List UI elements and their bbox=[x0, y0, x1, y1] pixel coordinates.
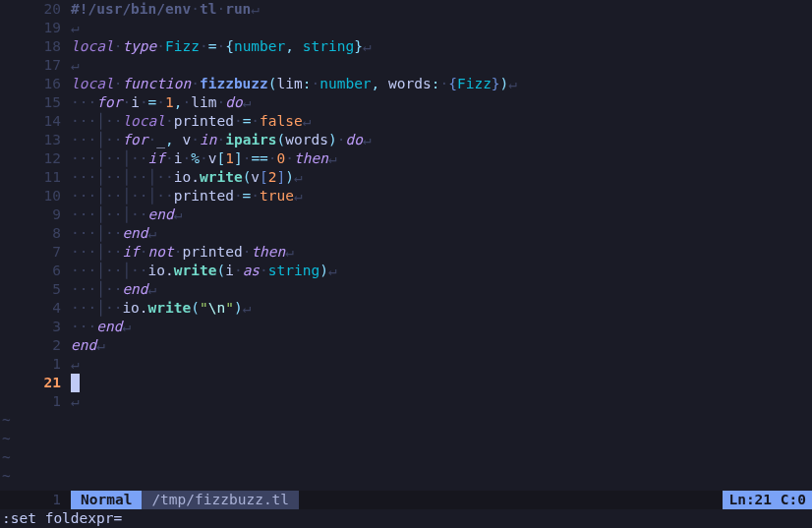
code-line[interactable]: 6···│··│··io.write(i·as·string)↵ bbox=[0, 262, 812, 280]
line-content[interactable]: ↵ bbox=[71, 392, 812, 411]
line-content[interactable]: ↵ bbox=[71, 355, 812, 374]
code-line[interactable]: 8···│··end↵ bbox=[0, 224, 812, 243]
code-line[interactable]: 1↵ bbox=[0, 392, 812, 411]
line-content[interactable]: ···│··end↵ bbox=[71, 280, 812, 299]
code-line[interactable]: 20#!/usr/bin/env·tl·run↵ bbox=[0, 0, 812, 19]
line-content[interactable]: ···│··for·_, v·in·ipairs(words)·do↵ bbox=[71, 131, 812, 149]
code-line[interactable]: 10···│··│··│··printed·=·true↵ bbox=[0, 187, 812, 205]
code-line[interactable]: 2end↵ bbox=[0, 336, 812, 355]
line-number: 18 bbox=[0, 37, 71, 56]
status-line-number: 1 bbox=[0, 491, 71, 509]
status-filename: /tmp/fizzbuzz.tl bbox=[142, 491, 299, 509]
code-line[interactable]: 18local·type·Fizz·=·{number, string}↵ bbox=[0, 37, 812, 56]
code-line[interactable]: 19↵ bbox=[0, 19, 812, 37]
line-number: 20 bbox=[0, 0, 71, 19]
line-content[interactable]: local·function·fizzbuzz(lim:·number, wor… bbox=[71, 75, 812, 93]
line-number: 7 bbox=[0, 243, 71, 262]
line-number: 12 bbox=[0, 149, 71, 168]
code-line[interactable]: 13···│··for·_, v·in·ipairs(words)·do↵ bbox=[0, 131, 812, 149]
line-content[interactable]: ···│··local·printed·=·false↵ bbox=[71, 112, 812, 131]
empty-line-tilde: ~ bbox=[0, 448, 812, 467]
line-number: 1 bbox=[0, 355, 71, 374]
code-line[interactable]: 15···for·i·=·1,·lim·do↵ bbox=[0, 93, 812, 112]
status-line: 1 Normal /tmp/fizzbuzz.tl Ln:21 C:0 bbox=[0, 491, 812, 509]
line-number: 15 bbox=[0, 93, 71, 112]
code-line[interactable]: 3···end↵ bbox=[0, 318, 812, 336]
code-line[interactable]: 9···│··│··end↵ bbox=[0, 205, 812, 224]
empty-line-tilde: ~ bbox=[0, 411, 812, 430]
line-number: 5 bbox=[0, 280, 71, 299]
command-line[interactable]: :set foldexpr= bbox=[0, 509, 812, 528]
line-number: 8 bbox=[0, 224, 71, 243]
line-content[interactable]: #!/usr/bin/env·tl·run↵ bbox=[71, 0, 812, 19]
line-number: 4 bbox=[0, 299, 71, 318]
code-line[interactable]: 12···│··│··if·i·%·v[1]·==·0·then↵ bbox=[0, 149, 812, 168]
empty-line-tilde: ~ bbox=[0, 467, 812, 486]
line-content[interactable]: ···│··│··end↵ bbox=[71, 205, 812, 224]
code-line[interactable]: 4···│··io.write("\n")↵ bbox=[0, 299, 812, 318]
line-content[interactable]: end↵ bbox=[71, 336, 812, 355]
line-number: 3 bbox=[0, 318, 71, 336]
status-position: Ln:21 C:0 bbox=[723, 491, 812, 509]
line-content[interactable]: ···│··if·not·printed·then↵ bbox=[71, 243, 812, 262]
line-content[interactable]: ↵ bbox=[71, 56, 812, 75]
line-number: 10 bbox=[0, 187, 71, 205]
line-content[interactable]: ···│··│··│··io.write(v[2])↵ bbox=[71, 168, 812, 187]
status-mode: Normal bbox=[71, 491, 142, 509]
line-number: 16 bbox=[0, 75, 71, 93]
line-number: 17 bbox=[0, 56, 71, 75]
line-content[interactable]: local·type·Fizz·=·{number, string}↵ bbox=[71, 37, 812, 56]
line-number: 6 bbox=[0, 262, 71, 280]
code-line[interactable]: 1↵ bbox=[0, 355, 812, 374]
line-content[interactable]: ···for·i·=·1,·lim·do↵ bbox=[71, 93, 812, 112]
code-line[interactable]: 11···│··│··│··io.write(v[2])↵ bbox=[0, 168, 812, 187]
code-line[interactable]: 5···│··end↵ bbox=[0, 280, 812, 299]
code-line[interactable]: 7···│··if·not·printed·then↵ bbox=[0, 243, 812, 262]
line-content[interactable]: ···│··│··io.write(i·as·string)↵ bbox=[71, 262, 812, 280]
line-content[interactable]: ···│··│··│··printed·=·true↵ bbox=[71, 187, 812, 205]
line-content[interactable]: ···│··io.write("\n")↵ bbox=[71, 299, 812, 318]
line-number: 11 bbox=[0, 168, 71, 187]
line-number: 21 bbox=[0, 374, 71, 392]
editor: 20#!/usr/bin/env·tl·run↵19↵18local·type·… bbox=[0, 0, 812, 528]
line-content[interactable] bbox=[71, 374, 812, 392]
code-line[interactable]: 17↵ bbox=[0, 56, 812, 75]
code-area[interactable]: 20#!/usr/bin/env·tl·run↵19↵18local·type·… bbox=[0, 0, 812, 491]
code-line[interactable]: 21 bbox=[0, 374, 812, 392]
line-content[interactable]: ···│··│··if·i·%·v[1]·==·0·then↵ bbox=[71, 149, 812, 168]
line-number: 14 bbox=[0, 112, 71, 131]
empty-line-tilde: ~ bbox=[0, 430, 812, 448]
code-line[interactable]: 14···│··local·printed·=·false↵ bbox=[0, 112, 812, 131]
line-number: 1 bbox=[0, 392, 71, 411]
line-content[interactable]: ···│··end↵ bbox=[71, 224, 812, 243]
line-number: 9 bbox=[0, 205, 71, 224]
line-number: 2 bbox=[0, 336, 71, 355]
line-number: 13 bbox=[0, 131, 71, 149]
code-line[interactable]: 16local·function·fizzbuzz(lim:·number, w… bbox=[0, 75, 812, 93]
line-content[interactable]: ···end↵ bbox=[71, 318, 812, 336]
line-content[interactable]: ↵ bbox=[71, 19, 812, 37]
line-number: 19 bbox=[0, 19, 71, 37]
